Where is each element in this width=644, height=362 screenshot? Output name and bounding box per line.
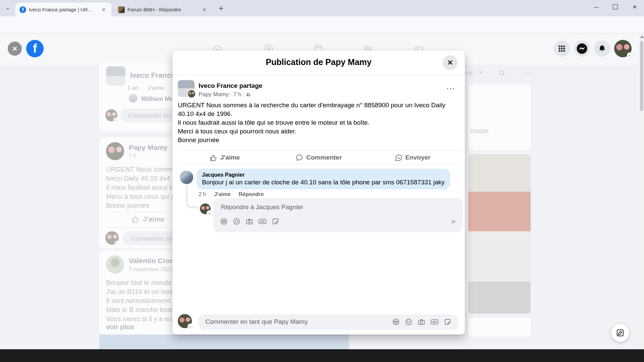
bg-post2-date: 7 novembre 2023 xyxy=(129,266,173,273)
bg-like-button[interactable]: J'aime xyxy=(131,215,165,223)
sticker-icon[interactable] xyxy=(444,318,451,326)
camera-icon[interactable] xyxy=(246,218,253,225)
emoji-icon[interactable] xyxy=(405,318,413,326)
bg-see-more-link[interactable]: voir plus xyxy=(106,323,134,331)
tab-inactive[interactable]: Forum BMH - Répondre ✕ xyxy=(114,3,212,16)
comment-input-box[interactable]: Commenter en tant que Papy Mamy GIF xyxy=(198,314,459,330)
camera-icon[interactable] xyxy=(418,318,425,326)
like-button[interactable]: J'aime xyxy=(178,150,272,165)
send-button[interactable]: Envoyer xyxy=(366,150,460,165)
compose-post-fab[interactable] xyxy=(611,324,629,342)
notifications-button[interactable] xyxy=(594,41,610,57)
bg-post1-time: 7 h · xyxy=(129,153,140,159)
group-privacy-icon xyxy=(246,92,251,97)
apps-grid-button[interactable] xyxy=(554,41,570,57)
reply-avatar-chevron-icon: ⌄ xyxy=(207,210,212,216)
tab-close-icon[interactable]: ✕ xyxy=(100,6,107,13)
window-minimize-button[interactable]: — xyxy=(587,0,606,14)
tab-title: Iveco France partage | URGENT xyxy=(29,7,97,12)
comment-bubble-icon xyxy=(296,154,303,162)
scrollbar-up-arrow-icon[interactable] xyxy=(640,36,644,38)
facebook-logo[interactable]: f xyxy=(26,40,44,57)
comment-bar-avatar[interactable]: ⌄ xyxy=(178,314,192,328)
comment-text: Bonjour j ai un carter de cloche de 40.1… xyxy=(202,179,445,186)
comment-bubble[interactable]: Jacques Pagnier Bonjour j ai un carter d… xyxy=(197,169,450,189)
account-avatar[interactable]: ⌄ xyxy=(614,40,632,57)
tab-title: Forum BMH - Répondre xyxy=(127,7,197,12)
bg-comment-input-placeholder: Commenter en xyxy=(131,235,173,242)
bg-commenter-name: William Mo xyxy=(141,95,174,103)
bg-post1-avatar xyxy=(106,142,124,160)
tab-search-chevron-icon[interactable]: ⌄ xyxy=(5,4,10,11)
bg-post2-avatar xyxy=(106,255,124,274)
commenter-name[interactable]: Jacques Pagnier xyxy=(202,172,445,178)
post-action-bar: J'aime Commenter Envoyer xyxy=(178,150,460,165)
reply-input-box[interactable]: Répondre à Jacques Pagnier GIF ➤ xyxy=(213,198,463,232)
bg-about-text: roupe. xyxy=(470,127,490,135)
account-chevron-icon: ⌄ xyxy=(627,52,633,58)
bg-more-button[interactable]: ⋯ xyxy=(517,66,543,80)
post-time[interactable]: 7 h xyxy=(233,91,241,98)
window-close-button[interactable]: ✕ xyxy=(625,0,644,14)
avatar-sticker-icon[interactable] xyxy=(220,218,228,225)
comment-like-link[interactable]: J'aime xyxy=(214,191,230,197)
sticker-icon[interactable] xyxy=(272,218,279,225)
reply-avatar[interactable]: ⌄ xyxy=(200,203,211,214)
comment-time[interactable]: 2 h xyxy=(199,191,206,197)
avatar-sticker-icon[interactable] xyxy=(392,318,400,326)
post-author-name[interactable]: Papy Mamy xyxy=(199,91,229,98)
bg-about-card: roupe. xyxy=(468,84,531,150)
bg-search-button[interactable] xyxy=(492,66,513,80)
new-tab-button[interactable]: + xyxy=(219,4,223,13)
thumb-up-icon xyxy=(131,215,140,223)
gif-icon[interactable]: GIF xyxy=(258,218,267,225)
comment-reply-link[interactable]: Répondre xyxy=(238,191,264,197)
overlay-close-button[interactable]: ✕ xyxy=(8,42,22,56)
bg-post1-author: Papy Mamy xyxy=(129,143,168,152)
bg-avatar-chevron-icon: ⌄ xyxy=(113,117,119,123)
scrollbar-thumb[interactable] xyxy=(640,41,643,111)
bg-input-avatar: ⌄ xyxy=(105,109,117,121)
post-author-avatar[interactable] xyxy=(187,89,196,98)
comment-input-placeholder[interactable]: Commenter en tant que Papy Mamy xyxy=(205,318,308,325)
tab-close-icon[interactable]: ✕ xyxy=(201,6,208,13)
facebook-favicon-icon: f xyxy=(19,6,26,13)
bg-meta-time: 1 an xyxy=(127,85,138,91)
thumb-up-icon xyxy=(210,154,217,162)
bg-like-label: J'aime xyxy=(143,215,165,223)
bg-input-avatar: ⌄ xyxy=(105,231,119,245)
browser-tabstrip: ⌄ f Iveco France partage | URGENT ✕ Foru… xyxy=(0,0,644,16)
bg-meta-like[interactable]: J'aime xyxy=(148,85,164,91)
post-divider xyxy=(178,165,460,165)
bg-photo-awning xyxy=(468,192,531,231)
bg-sort-dropdown-icon: ▼ xyxy=(479,70,483,75)
reply-send-icon[interactable]: ➤ xyxy=(450,217,457,226)
emoji-icon[interactable] xyxy=(233,218,240,225)
reply-input-placeholder[interactable]: Répondre à Jacques Pagnier xyxy=(221,203,303,211)
comment-bar-chevron-icon: ⌄ xyxy=(187,323,193,329)
bg-post2-author: Valentin Crone xyxy=(129,257,178,265)
modal-header-divider xyxy=(172,75,465,75)
compose-pencil-icon xyxy=(616,328,625,337)
maximize-icon xyxy=(613,4,618,9)
commenter-avatar[interactable] xyxy=(180,171,193,184)
post-group-avatar[interactable] xyxy=(178,80,195,97)
messenger-button[interactable] xyxy=(574,41,590,57)
comment-button[interactable]: Commenter xyxy=(272,150,366,165)
bg-commenter-avatar xyxy=(129,94,138,103)
modal-close-button[interactable]: ✕ xyxy=(443,55,458,70)
post-options-icon[interactable]: ⋯ xyxy=(446,83,455,94)
post-divider xyxy=(178,150,460,150)
dot-separator: · xyxy=(243,91,245,98)
window-maximize-button[interactable] xyxy=(606,0,625,14)
bg-photo-sky xyxy=(468,154,531,192)
tab-active[interactable]: f Iveco France partage | URGENT ✕ xyxy=(15,3,111,16)
post-group-name[interactable]: Iveco France partage xyxy=(199,82,262,89)
search-icon xyxy=(498,69,506,77)
bg-group-avatar xyxy=(106,66,125,86)
bell-icon xyxy=(598,45,606,53)
post-modal: Publication de Papy Mamy ✕ Iveco France … xyxy=(172,51,465,335)
whatsapp-icon xyxy=(395,154,402,162)
gif-icon[interactable]: GIF xyxy=(430,318,439,326)
post-byline: Papy Mamy · 7 h · xyxy=(199,91,251,98)
